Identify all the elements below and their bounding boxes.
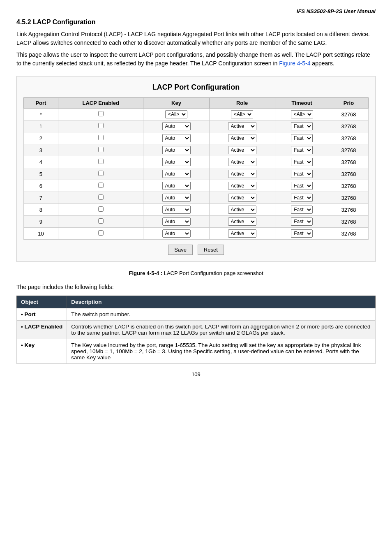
timeout-select[interactable]: FastSlow bbox=[291, 146, 313, 154]
role-select[interactable]: ActivePassive bbox=[228, 206, 256, 214]
table-row: 6 Auto12Specific ActivePassive FastSlow … bbox=[24, 180, 369, 192]
key-select[interactable]: Auto12Specific bbox=[162, 134, 191, 142]
key-select[interactable]: Auto12Specific bbox=[162, 217, 191, 226]
all-port: * bbox=[24, 109, 58, 120]
timeout-select[interactable]: FastSlow bbox=[291, 206, 313, 214]
role-select[interactable]: ActivePassive bbox=[228, 122, 256, 130]
key-select[interactable]: Auto12Specific bbox=[162, 158, 191, 166]
table-row: 10 Auto12Specific ActivePassive FastSlow… bbox=[24, 228, 369, 240]
fields-row: • Port The switch port number. bbox=[17, 308, 376, 321]
role-cell: ActivePassive bbox=[209, 156, 275, 168]
timeout-select[interactable]: FastSlow bbox=[291, 134, 313, 142]
prio-cell: 32768 bbox=[329, 216, 368, 228]
reset-button[interactable]: Reset bbox=[198, 245, 224, 255]
role-select[interactable]: ActivePassive bbox=[228, 194, 256, 202]
role-cell: ActivePassive bbox=[209, 144, 275, 156]
prio-cell: 32768 bbox=[329, 132, 368, 144]
timeout-select[interactable]: FastSlow bbox=[291, 194, 313, 202]
checkbox-cell bbox=[58, 180, 143, 192]
port-cell: 10 bbox=[24, 228, 58, 240]
lacp-checkbox[interactable] bbox=[98, 218, 104, 224]
timeout-cell: FastSlow bbox=[275, 156, 329, 168]
lacp-checkbox[interactable] bbox=[98, 123, 104, 128]
all-role-select[interactable]: <All> bbox=[231, 110, 253, 118]
key-cell: Auto12Specific bbox=[143, 132, 209, 144]
key-select[interactable]: Auto12Specific bbox=[162, 206, 191, 214]
timeout-select[interactable]: FastSlow bbox=[291, 158, 313, 166]
table-row: 7 Auto12Specific ActivePassive FastSlow … bbox=[24, 192, 369, 204]
table-row: 1 Auto12Specific ActivePassive FastSlow … bbox=[24, 120, 369, 132]
table-row: 5 Auto12Specific ActivePassive FastSlow … bbox=[24, 168, 369, 180]
page-number: 109 bbox=[16, 371, 376, 377]
btn-row: Save Reset bbox=[23, 245, 369, 255]
table-row: 2 Auto12Specific ActivePassive FastSlow … bbox=[24, 132, 369, 144]
save-button[interactable]: Save bbox=[168, 245, 193, 255]
all-checkbox-cell bbox=[58, 109, 143, 120]
figure-caption: Figure 4-5-4 : LACP Port Configuration p… bbox=[16, 270, 376, 276]
key-cell: Auto12Specific bbox=[143, 180, 209, 192]
all-checkbox[interactable] bbox=[98, 111, 104, 116]
key-select[interactable]: Auto12Specific bbox=[162, 122, 191, 130]
timeout-cell: FastSlow bbox=[275, 132, 329, 144]
checkbox-cell bbox=[58, 120, 143, 132]
all-prio: 32768 bbox=[329, 109, 368, 120]
lacp-checkbox[interactable] bbox=[98, 147, 104, 152]
timeout-cell: FastSlow bbox=[275, 216, 329, 228]
table-row: 8 Auto12Specific ActivePassive FastSlow … bbox=[24, 204, 369, 216]
col-prio: Prio bbox=[329, 98, 368, 109]
role-cell: ActivePassive bbox=[209, 204, 275, 216]
table-row: 3 Auto12Specific ActivePassive FastSlow … bbox=[24, 144, 369, 156]
role-select[interactable]: ActivePassive bbox=[228, 229, 256, 238]
role-cell: ActivePassive bbox=[209, 228, 275, 240]
lacp-checkbox[interactable] bbox=[98, 194, 104, 200]
lacp-checkbox[interactable] bbox=[98, 171, 104, 176]
lacp-checkbox[interactable] bbox=[98, 159, 104, 164]
timeout-select[interactable]: FastSlow bbox=[291, 229, 313, 238]
figure-link[interactable]: Figure 4-5-4 bbox=[279, 60, 310, 67]
timeout-select[interactable]: FastSlow bbox=[291, 122, 313, 130]
body-para1: Link Aggregation Control Protocol (LACP)… bbox=[16, 30, 376, 47]
all-key-select[interactable]: <All> bbox=[165, 110, 187, 118]
role-select[interactable]: ActivePassive bbox=[228, 146, 256, 154]
header-title: IFS NS3502-8P-2S User Manual bbox=[297, 8, 376, 14]
role-select[interactable]: ActivePassive bbox=[228, 170, 256, 178]
timeout-cell: FastSlow bbox=[275, 144, 329, 156]
prio-cell: 32768 bbox=[329, 144, 368, 156]
table-row: 4 Auto12Specific ActivePassive FastSlow … bbox=[24, 156, 369, 168]
fields-table: Object Description • Port The switch por… bbox=[16, 296, 376, 364]
key-select[interactable]: Auto12Specific bbox=[162, 146, 191, 154]
port-cell: 7 bbox=[24, 192, 58, 204]
fields-row: • LACP Enabled Controls whether LACP is … bbox=[17, 321, 376, 339]
fields-intro: The page includes the following fields: bbox=[16, 283, 376, 291]
lacp-checkbox[interactable] bbox=[98, 206, 104, 212]
col-timeout: Timeout bbox=[275, 98, 329, 109]
fields-object: • Key bbox=[17, 339, 67, 364]
fields-description: The Key value incurred by the port, rang… bbox=[67, 339, 376, 364]
all-timeout-select[interactable]: <All> bbox=[291, 110, 313, 118]
lacp-checkbox[interactable] bbox=[98, 135, 104, 140]
role-select[interactable]: ActivePassive bbox=[228, 182, 256, 190]
role-select[interactable]: ActivePassive bbox=[228, 217, 256, 226]
timeout-select[interactable]: FastSlow bbox=[291, 217, 313, 226]
checkbox-cell bbox=[58, 144, 143, 156]
key-select[interactable]: Auto12Specific bbox=[162, 194, 191, 202]
role-select[interactable]: ActivePassive bbox=[228, 158, 256, 166]
lacp-checkbox[interactable] bbox=[98, 230, 104, 236]
role-cell: ActivePassive bbox=[209, 180, 275, 192]
col-key: Key bbox=[143, 98, 209, 109]
role-select[interactable]: ActivePassive bbox=[228, 134, 256, 142]
key-cell: Auto12Specific bbox=[143, 204, 209, 216]
key-select[interactable]: Auto12Specific bbox=[162, 170, 191, 178]
all-role-cell: <All> bbox=[209, 109, 275, 120]
key-select[interactable]: Auto12Specific bbox=[162, 229, 191, 238]
key-select[interactable]: Auto12Specific bbox=[162, 182, 191, 190]
lacp-checkbox[interactable] bbox=[98, 183, 104, 188]
fields-object: • Port bbox=[17, 308, 67, 321]
checkbox-cell bbox=[58, 228, 143, 240]
timeout-select[interactable]: FastSlow bbox=[291, 182, 313, 190]
timeout-select[interactable]: FastSlow bbox=[291, 170, 313, 178]
prio-cell: 32768 bbox=[329, 120, 368, 132]
checkbox-cell bbox=[58, 192, 143, 204]
col-role: Role bbox=[209, 98, 275, 109]
checkbox-cell bbox=[58, 204, 143, 216]
